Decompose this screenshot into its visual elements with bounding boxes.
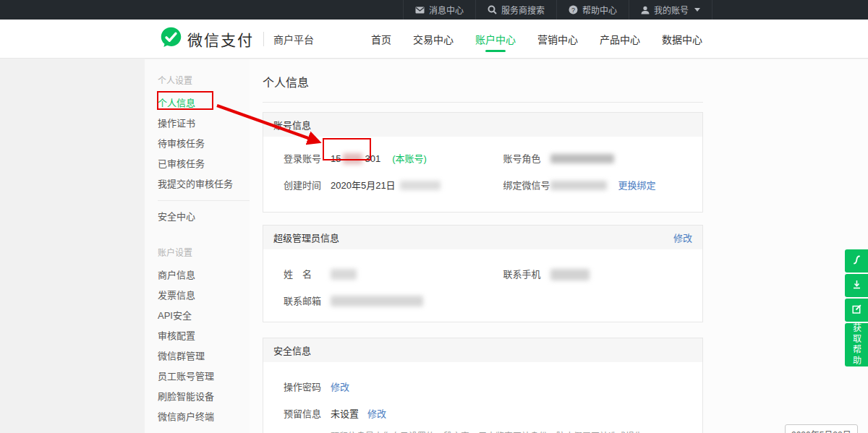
download-icon — [851, 279, 862, 293]
link-icon — [851, 254, 862, 268]
sidebar-item-pending-review-tasks[interactable]: 待审核任务 — [145, 134, 250, 154]
operation-password-row: 操作密码 修改 — [263, 374, 702, 400]
nav-data-center[interactable]: 数据中心 — [658, 20, 707, 58]
section-title: 超级管理员信息 — [273, 231, 339, 244]
bound-wechat-row: 绑定微信号 更换绑定 — [483, 172, 703, 199]
sidebar-header-personal-settings: 个人设置 — [158, 74, 250, 86]
account-info-section: 账号信息 登录账号 15 301 (本账号) 账号角色 创建时间 2020年5月… — [263, 112, 703, 213]
field-label: 姓 名 — [284, 267, 331, 281]
nav-transaction-center[interactable]: 交易中心 — [409, 20, 458, 58]
feedback-button[interactable] — [845, 299, 868, 322]
main-nav: 首页 交易中心 账户中心 营销中心 产品中心 数据中心 — [367, 20, 707, 58]
section-title: 安全信息 — [273, 343, 311, 357]
topbar-service-provider-search[interactable]: 服务商搜索 — [475, 0, 556, 20]
empty-cell — [483, 288, 703, 314]
sidebar-item-api-security[interactable]: API安全 — [145, 306, 250, 326]
brand-divider — [263, 32, 264, 46]
nav-account-center[interactable]: 账户中心 — [471, 20, 520, 58]
created-time-row: 创建时间 2020年5月21日 — [263, 172, 483, 199]
redacted-created-time — [400, 181, 441, 190]
nav-product-center[interactable]: 产品中心 — [595, 20, 644, 58]
search-icon — [488, 5, 497, 14]
field-label: 联系手机 — [503, 267, 550, 281]
sidebar-item-staff-account-management[interactable]: 员工账号管理 — [145, 366, 250, 387]
sidebar-header-account-settings: 账户设置 — [158, 246, 250, 258]
field-label: 创建时间 — [284, 179, 331, 192]
topbar-my-account[interactable]: 我的账号 — [629, 0, 712, 20]
field-label: 登录账号 — [284, 152, 331, 166]
edit-password-link[interactable]: 修改 — [331, 380, 349, 394]
edit-admin-link[interactable]: 修改 — [673, 231, 692, 244]
sidebar-item-review-config[interactable]: 审核配置 — [145, 326, 250, 346]
get-help-button[interactable]: 获取帮助 — [845, 323, 868, 366]
user-icon — [641, 6, 650, 14]
admin-mobile-row: 联系手机 — [483, 261, 703, 288]
header: 微信支付 商户平台 首页 交易中心 账户中心 营销中心 产品中心 数据中心 — [0, 20, 868, 59]
chevron-down-icon — [694, 8, 700, 12]
field-label: 绑定微信号 — [503, 179, 550, 192]
redacted-admin-mobile — [550, 269, 590, 280]
brand-name: 微信支付 — [187, 28, 254, 50]
topbar-help-center[interactable]: ? 帮助中心 — [556, 0, 629, 20]
account-info-header: 账号信息 — [263, 113, 702, 137]
sidebar-item-operation-certificate[interactable]: 操作证书 — [145, 113, 250, 134]
svg-text:?: ? — [571, 7, 575, 14]
reserved-info-row: 预留信息 未设置 修改 — [263, 400, 702, 427]
reserved-info-value: 未设置 — [331, 407, 359, 421]
login-account-value: 15 301 (本账号) — [331, 152, 427, 166]
sidebar-item-invoice-info[interactable]: 发票信息 — [145, 286, 250, 306]
share-link-button[interactable] — [845, 249, 868, 273]
redacted-wechat-id — [550, 181, 607, 190]
main-content: 个人信息 账号信息 登录账号 15 301 (本账号) 账号角色 创建时间 — [263, 59, 703, 433]
date-tooltip: 2020年5月22日 — [785, 424, 858, 433]
change-binding-link[interactable]: 更换绑定 — [618, 179, 656, 192]
sidebar-divider — [158, 200, 250, 201]
page-title: 个人信息 — [263, 59, 703, 90]
help-icon: ? — [569, 5, 578, 14]
brand: 微信支付 商户平台 — [160, 26, 314, 51]
sidebar-item-personal-info[interactable]: 个人信息 — [145, 93, 250, 113]
login-account-row: 登录账号 15 301 (本账号) — [263, 145, 483, 172]
redacted-account-role — [550, 154, 614, 163]
login-suffix: 301 — [365, 152, 380, 166]
field-label: 操作密码 — [284, 380, 331, 394]
sidebar-item-security-center[interactable]: 安全中心 — [145, 207, 250, 227]
float-help-widget: 获取帮助 — [845, 249, 868, 366]
topbar-item-label: 我的账号 — [654, 4, 689, 16]
admin-email-row: 联系邮箱 — [263, 288, 483, 314]
field-label: 联系邮箱 — [284, 294, 331, 308]
sidebar-item-face-smart-device[interactable]: 刷脸智能设备 — [145, 387, 250, 407]
topbar-item-label: 消息中心 — [429, 4, 464, 16]
sidebar-item-wechat-group-management[interactable]: 微信群管理 — [145, 346, 250, 366]
sidebar-item-my-submitted-tasks[interactable]: 我提交的审核任务 — [145, 174, 250, 194]
mail-icon — [415, 6, 425, 14]
topbar-item-label: 服务商搜索 — [501, 4, 545, 16]
field-label: 预留信息 — [284, 407, 331, 421]
security-info-header: 安全信息 — [263, 338, 702, 362]
download-button[interactable] — [845, 274, 868, 297]
edit-reserved-info-link[interactable]: 修改 — [367, 407, 386, 421]
redacted-login-middle — [343, 153, 362, 164]
wechat-pay-logo-icon — [160, 26, 182, 51]
super-admin-section: 超级管理员信息 修改 姓 名 联系手机 联系邮箱 — [263, 225, 703, 322]
title-divider — [263, 102, 703, 103]
topbar: 消息中心 服务商搜索 ? 帮助中心 我的账号 — [0, 0, 868, 20]
edit-icon — [851, 304, 862, 317]
admin-name-row: 姓 名 — [263, 261, 483, 288]
redacted-admin-name — [331, 269, 357, 280]
created-date: 2020年5月21日 — [331, 179, 396, 192]
sidebar-item-reviewed-tasks[interactable]: 已审核任务 — [145, 154, 250, 174]
topbar-item-label: 帮助中心 — [582, 4, 617, 16]
topbar-message-center[interactable]: 消息中心 — [403, 0, 475, 20]
nav-home[interactable]: 首页 — [367, 20, 396, 58]
login-prefix: 15 — [331, 152, 341, 166]
super-admin-header: 超级管理员信息 修改 — [263, 226, 702, 249]
account-role-row: 账号角色 — [483, 145, 703, 172]
redacted-admin-email — [331, 296, 423, 306]
section-title: 账号信息 — [273, 118, 311, 132]
field-label: 账号角色 — [503, 152, 550, 166]
nav-marketing-center[interactable]: 营销中心 — [533, 20, 582, 58]
security-info-section: 安全信息 操作密码 修改 预留信息 未设置 修改 预留信息是由你自己设置的一段文… — [263, 338, 703, 433]
sidebar-item-wechat-merchant-terminal[interactable]: 微信商户终端 — [145, 407, 250, 427]
sidebar-item-merchant-info[interactable]: 商户信息 — [145, 265, 250, 286]
